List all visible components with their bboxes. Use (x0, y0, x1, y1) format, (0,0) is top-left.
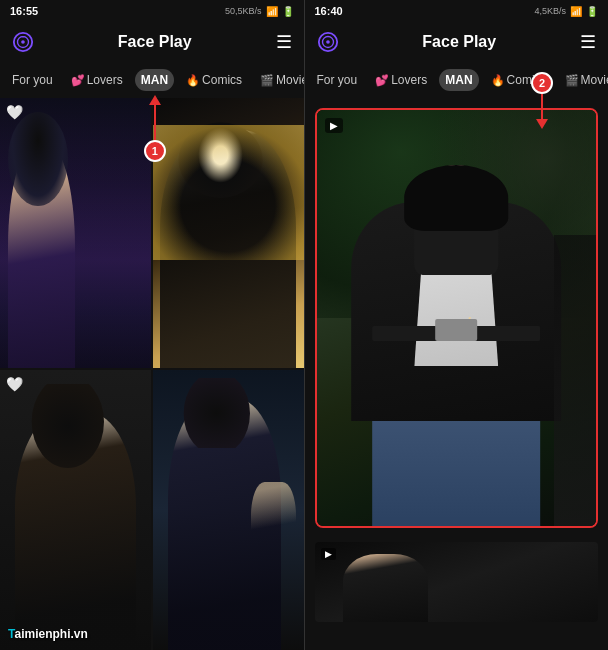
tab-for-you-left[interactable]: For you (6, 69, 59, 91)
status-icons-right: 4,5KB/s 📶 🔋 (534, 6, 598, 17)
featured-card[interactable]: L ▶ (315, 108, 599, 528)
tab-comics-right[interactable]: 🔥 Comics (485, 69, 553, 91)
network-speed-left: 50,5KB/s (225, 6, 262, 16)
tab-man-left[interactable]: MAN (135, 69, 174, 91)
card-kpop-2[interactable] (153, 370, 304, 650)
svg-point-1 (326, 40, 330, 44)
play-badge-thumb: ▶ (321, 548, 336, 560)
status-bar-right: 16:40 4,5KB/s 📶 🔋 (305, 0, 609, 22)
menu-button-left[interactable]: ☰ (276, 31, 292, 53)
nav-tabs-right: For you 💕 Lovers MAN 🔥 Comics 🎬 Movie (305, 62, 609, 98)
app-header-right: Face Play ☰ (305, 22, 609, 62)
app-title-left: Face Play (34, 33, 276, 51)
play-badge-featured: ▶ (325, 118, 343, 133)
heart-icon-girl: 🤍 (6, 104, 23, 120)
tab-man-right[interactable]: MAN (439, 69, 478, 91)
status-bar-left: 16:55 50,5KB/s 📶 🔋 (0, 0, 304, 22)
menu-button-right[interactable]: ☰ (580, 31, 596, 53)
status-time-left: 16:55 (10, 5, 38, 17)
signal-icon-right: 📶 (570, 6, 582, 17)
logo-icon-right (317, 31, 339, 53)
wifi-icon-right: 🔋 (586, 6, 598, 17)
tab-lovers-right[interactable]: 💕 Lovers (369, 69, 433, 91)
app-logo-right (317, 31, 339, 53)
tab-movie-right[interactable]: 🎬 Movie (559, 69, 608, 91)
tab-for-you-right[interactable]: For you (311, 69, 364, 91)
card-anime-right[interactable] (153, 98, 304, 368)
watermark: Taimienphi.vn (8, 624, 88, 642)
network-speed-right: 4,5KB/s (534, 6, 566, 16)
app-title-right: Face Play (339, 33, 581, 51)
card-kpop-1[interactable]: 🤍 (0, 370, 151, 650)
app-header-left: Face Play ☰ (0, 22, 304, 62)
wifi-icon-left: 🔋 (282, 6, 294, 17)
nav-tabs-left: For you 💕 Lovers MAN 🔥 Comics 🎬 Movie (0, 62, 304, 98)
bottom-thumbnail[interactable]: ▶ (315, 542, 599, 622)
tab-comics-left[interactable]: 🔥 Comics (180, 69, 248, 91)
tab-movie-left[interactable]: 🎬 Movie (254, 69, 303, 91)
thumb-image (315, 542, 599, 622)
tab-lovers-left[interactable]: 💕 Lovers (65, 69, 129, 91)
card-girl-left[interactable]: 🤍 (0, 98, 151, 368)
heart-icon-kpop1: 🤍 (6, 376, 23, 392)
logo-icon-left (12, 31, 34, 53)
signal-icon-left: 📶 (266, 6, 278, 17)
app-logo-left (12, 31, 34, 53)
status-time-right: 16:40 (315, 5, 343, 17)
svg-point-0 (21, 40, 25, 44)
status-icons-left: 50,5KB/s 📶 🔋 (225, 6, 294, 17)
